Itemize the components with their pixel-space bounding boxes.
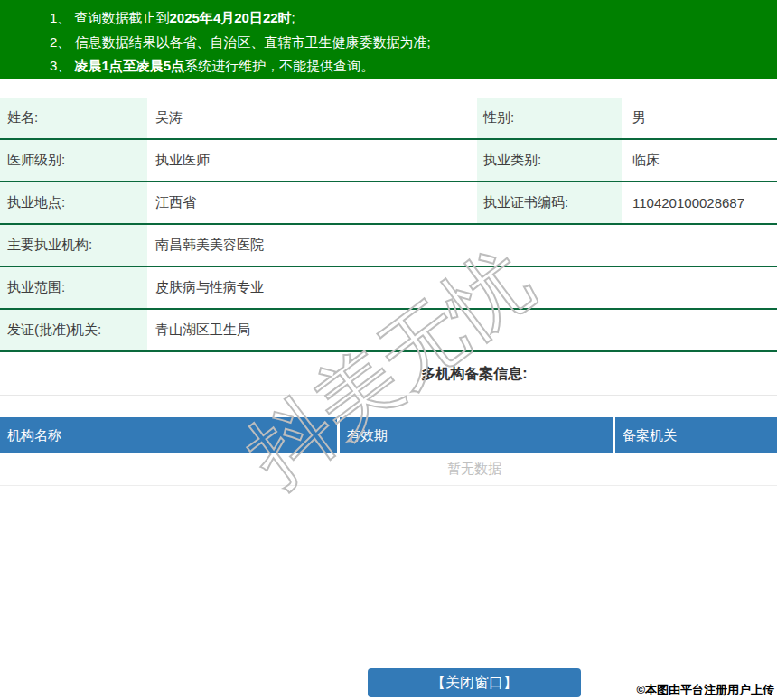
field-value-practice-location: 江西省 xyxy=(147,182,477,223)
field-value-main-institution: 南昌韩美美容医院 xyxy=(147,225,777,266)
field-label-issuing-authority: 发证(批准)机关: xyxy=(0,310,147,350)
field-value-practice-category: 临床 xyxy=(622,140,777,181)
notice-banner: 1、 查询数据截止到2025年4月20日22时; 2、 信息数据结果以各省、自治… xyxy=(0,0,777,79)
field-label-name: 姓名: xyxy=(0,98,147,138)
field-value-name: 吴涛 xyxy=(147,98,477,138)
notice-line-3-num: 3、 xyxy=(50,58,75,73)
field-value-issuing-authority: 青山湖区卫生局 xyxy=(147,310,777,350)
notice-line-1-text: 查询数据截止到 xyxy=(75,10,170,25)
field-label-practice-category: 执业类别: xyxy=(477,140,622,181)
table-row-main-institution: 主要执业机构: 南昌韩美美容医院 xyxy=(0,225,777,267)
table-row-level-category: 医师级别: 执业医师 执业类别: 临床 xyxy=(0,140,777,182)
field-label-main-institution: 主要执业机构: xyxy=(0,225,147,266)
filing-col-filing-authority: 备案机关 xyxy=(615,417,777,453)
notice-line-3-text: 系统进行维护，不能提供查询。 xyxy=(184,58,374,73)
field-value-doctor-level: 执业医师 xyxy=(147,140,477,181)
table-row-name-gender: 姓名: 吴涛 性别: 男 xyxy=(0,98,777,140)
filing-col-institution-name: 机构名称 xyxy=(0,417,337,453)
table-row-practice-scope: 执业范围: 皮肤病与性病专业 xyxy=(0,267,777,310)
field-value-practice-scope: 皮肤病与性病专业 xyxy=(147,267,777,308)
notice-line-2-text: 信息数据结果以各省、自治区、直辖市卫生健康委数据为准; xyxy=(75,34,431,50)
field-value-certificate-number: 110420100028687 xyxy=(622,182,777,223)
field-label-practice-location: 执业地点: xyxy=(0,182,147,223)
notice-line-1-end: ; xyxy=(292,10,295,25)
bottom-divider xyxy=(0,658,777,658)
notice-line-1: 1、 查询数据截止到2025年4月20日22时; xyxy=(50,6,768,31)
notice-line-1-bold: 2025年4月20日22时 xyxy=(170,10,292,25)
field-label-doctor-level: 医师级别: xyxy=(0,140,147,181)
field-label-practice-scope: 执业范围: xyxy=(0,267,147,308)
filing-empty-text: 暂无数据 xyxy=(0,453,777,486)
close-window-button[interactable]: 【关闭窗口】 xyxy=(368,668,581,697)
table-row-location-certificate: 执业地点: 江西省 执业证书编码: 110420100028687 xyxy=(0,182,777,225)
copyright-note: ©本图由平台注册用户上传 xyxy=(636,682,774,698)
notice-line-1-num: 1、 xyxy=(50,10,75,25)
field-label-gender: 性别: xyxy=(477,98,622,138)
notice-line-3-bold: 凌晨1点至凌晨5点 xyxy=(75,58,185,73)
table-row-issuing-authority: 发证(批准)机关: 青山湖区卫生局 xyxy=(0,310,777,352)
field-value-gender: 男 xyxy=(622,98,777,138)
filing-col-validity-period: 有效期 xyxy=(340,417,613,453)
field-label-certificate-number: 执业证书编码: xyxy=(477,182,622,223)
practitioner-info-table: 姓名: 吴涛 性别: 男 医师级别: 执业医师 执业类别: 临床 执业地点: 江… xyxy=(0,98,777,352)
notice-line-2-num: 2、 xyxy=(50,34,75,50)
multi-org-filing-title-row: 多机构备案信息: xyxy=(0,352,777,396)
notice-line-3: 3、 凌晨1点至凌晨5点系统进行维护，不能提供查询。 xyxy=(50,54,768,79)
notice-line-2: 2、 信息数据结果以各省、自治区、直辖市卫生健康委数据为准; xyxy=(50,31,768,55)
filing-table-header: 机构名称 有效期 备案机关 xyxy=(0,417,777,453)
multi-org-filing-title: 多机构备案信息: xyxy=(421,366,527,381)
